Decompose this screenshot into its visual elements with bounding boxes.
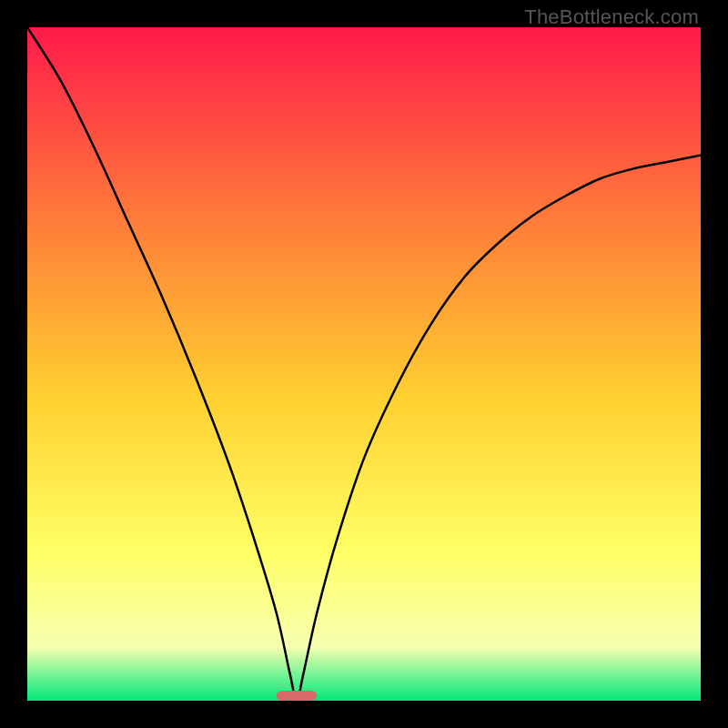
watermark-text: TheBottleneck.com: [524, 5, 699, 29]
plot-area: [27, 27, 701, 701]
chart-frame: TheBottleneck.com: [0, 0, 728, 728]
chart-svg: [27, 27, 701, 701]
gradient-background: [27, 27, 701, 701]
minimum-marker: [277, 691, 317, 701]
